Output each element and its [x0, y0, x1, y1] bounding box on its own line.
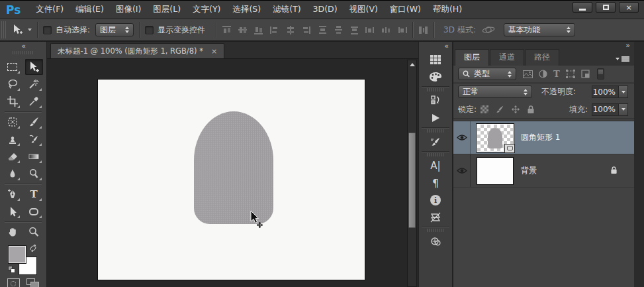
- history-panel-button[interactable]: [425, 93, 446, 109]
- brush-presets-panel-button[interactable]: [425, 134, 446, 150]
- dodge-tool[interactable]: [25, 166, 43, 182]
- visibility-cell[interactable]: [453, 121, 471, 154]
- eyedropper-tool[interactable]: [25, 93, 43, 109]
- scrollbar-thumb[interactable]: [408, 133, 416, 228]
- auto-select-checkbox[interactable]: [43, 26, 52, 34]
- distribute-left-edges-icon[interactable]: [365, 26, 375, 34]
- menu-view[interactable]: 视图(V): [344, 1, 384, 19]
- layer-row-background[interactable]: 背景: [453, 154, 634, 188]
- menu-3d[interactable]: 3D(D): [307, 1, 344, 19]
- filter-adjustment-layers-icon[interactable]: [539, 70, 547, 78]
- extensions-panel-button[interactable]: [425, 52, 446, 68]
- layer-row-rounded-rectangle[interactable]: 圆角矩形 1: [453, 121, 634, 154]
- tools-collapse-button[interactable]: «: [0, 42, 46, 50]
- lock-all-icon[interactable]: [527, 105, 535, 114]
- maximize-button[interactable]: [596, 2, 616, 13]
- crop-tool[interactable]: [3, 93, 21, 109]
- tools-drag-handle[interactable]: [13, 51, 34, 54]
- distribute-horizontal-centers-icon[interactable]: [381, 26, 391, 34]
- blend-mode-select[interactable]: 正常: [458, 86, 532, 98]
- actions-panel-button[interactable]: [425, 110, 446, 126]
- document-canvas[interactable]: [98, 80, 365, 280]
- layer-comps-panel-button[interactable]: [425, 209, 446, 225]
- dock-drag-handle[interactable]: [427, 129, 444, 133]
- info-panel-button[interactable]: i: [425, 192, 446, 208]
- filter-toggle-switch[interactable]: [597, 68, 604, 80]
- options-bar-grip[interactable]: [1, 21, 6, 38]
- brush-tool[interactable]: [25, 114, 43, 130]
- patch-tool[interactable]: [3, 114, 21, 130]
- dock-collapse-button[interactable]: «: [419, 42, 452, 50]
- 3d-orbit-icon[interactable]: [481, 23, 496, 37]
- opacity-dropdown-button[interactable]: [618, 86, 628, 98]
- visibility-cell[interactable]: [453, 154, 471, 187]
- paragraph-panel-button[interactable]: ¶: [425, 175, 446, 191]
- scroll-up-arrow-icon[interactable]: [410, 63, 415, 66]
- tab-layers[interactable]: 图层: [455, 49, 489, 66]
- fill-value[interactable]: 100%: [592, 103, 618, 116]
- layer-thumbnail[interactable]: [477, 124, 514, 152]
- menu-select[interactable]: 选择(S): [226, 1, 267, 19]
- align-bottom-edges-icon[interactable]: [253, 26, 263, 34]
- quick-mask-mode-button[interactable]: [7, 278, 20, 287]
- eraser-tool[interactable]: [3, 148, 21, 164]
- screen-mode-button[interactable]: [26, 278, 39, 287]
- filter-shape-layers-icon[interactable]: [566, 70, 575, 78]
- distribute-right-edges-icon[interactable]: [397, 26, 407, 34]
- tool-preset-caret-icon[interactable]: [28, 29, 32, 31]
- rounded-rectangle-tool[interactable]: [25, 203, 43, 219]
- menu-type[interactable]: 文字(Y): [187, 1, 226, 19]
- distribute-top-edges-icon[interactable]: [318, 26, 328, 34]
- clone-source-panel-button[interactable]: [425, 233, 446, 249]
- gradient-tool[interactable]: [25, 148, 43, 164]
- history-brush-tool[interactable]: [25, 131, 43, 147]
- filter-type-layers-icon[interactable]: T: [553, 69, 560, 79]
- swap-colors-icon[interactable]: [29, 244, 38, 252]
- menu-image[interactable]: 图像(I): [110, 1, 147, 19]
- minimize-button[interactable]: [573, 2, 592, 13]
- distribute-vertical-centers-icon[interactable]: [334, 26, 344, 34]
- dock-drag-handle[interactable]: [427, 88, 444, 91]
- move-tool[interactable]: [25, 59, 43, 75]
- document-tab[interactable]: 未标题-1 @ 100% (圆角矩形 1, RGB/8) * ×: [50, 43, 224, 58]
- dock-drag-handle[interactable]: [427, 153, 444, 156]
- filter-smart-objects-icon[interactable]: [581, 70, 590, 78]
- foreground-color-swatch[interactable]: [9, 246, 26, 263]
- align-top-edges-icon[interactable]: [222, 26, 232, 34]
- panel-menu-button[interactable]: [616, 55, 630, 63]
- layer-thumbnail[interactable]: [477, 157, 514, 185]
- menu-file[interactable]: 文件(F): [30, 1, 69, 19]
- menu-window[interactable]: 窗口(W): [384, 1, 427, 19]
- align-right-edges-icon[interactable]: [301, 26, 311, 34]
- lock-image-pixels-icon[interactable]: [495, 105, 504, 114]
- opacity-value[interactable]: 100%: [592, 86, 618, 98]
- align-horizontal-centers-icon[interactable]: [285, 26, 295, 34]
- lock-position-icon[interactable]: [511, 105, 520, 114]
- tab-channels[interactable]: 通道: [490, 49, 524, 66]
- move-tool-preset-icon[interactable]: [11, 23, 25, 37]
- menu-help[interactable]: 帮助(H): [427, 1, 468, 19]
- layer-name[interactable]: 圆角矩形 1: [521, 132, 560, 143]
- distribute-bottom-edges-icon[interactable]: [349, 26, 359, 34]
- tab-close-icon[interactable]: ×: [211, 47, 217, 56]
- lasso-tool[interactable]: [3, 76, 21, 92]
- character-panel-button[interactable]: A|: [425, 158, 446, 174]
- filter-pixel-layers-icon[interactable]: [523, 70, 533, 78]
- align-vertical-centers-icon[interactable]: [238, 26, 248, 34]
- vertical-scrollbar[interactable]: [407, 60, 417, 287]
- menu-edit[interactable]: 编辑(E): [69, 1, 110, 19]
- zoom-tool[interactable]: [25, 224, 43, 240]
- hand-tool[interactable]: [3, 224, 21, 240]
- tab-paths[interactable]: 路径: [525, 49, 559, 66]
- auto-align-layers-icon[interactable]: [418, 26, 428, 34]
- magic-wand-tool[interactable]: [25, 76, 43, 92]
- auto-select-target-select[interactable]: 图层: [95, 23, 134, 36]
- default-colors-icon[interactable]: [8, 266, 15, 273]
- workspace-select[interactable]: 基本功能: [504, 23, 575, 36]
- path-selection-tool[interactable]: [3, 203, 21, 219]
- menu-layer[interactable]: 图层(L): [147, 1, 187, 19]
- filter-kind-select[interactable]: 类型: [458, 68, 516, 80]
- fill-dropdown-button[interactable]: [618, 103, 628, 116]
- color-panel-button[interactable]: [425, 69, 446, 85]
- clone-stamp-tool[interactable]: [3, 131, 21, 147]
